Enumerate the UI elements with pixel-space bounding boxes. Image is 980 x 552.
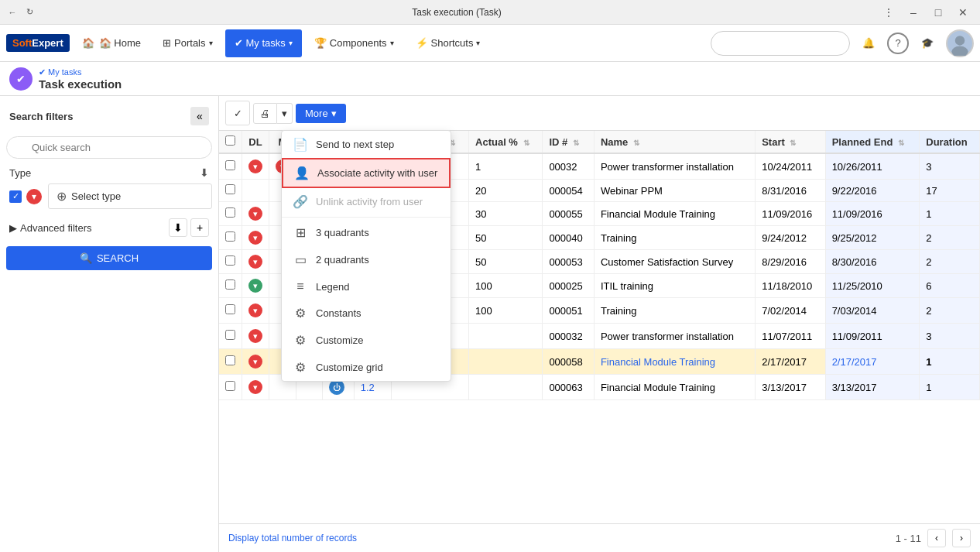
- row-duration: 2: [920, 298, 980, 324]
- row-duration: 2: [920, 250, 980, 274]
- menu-item-customize[interactable]: ⚙ Customize: [282, 327, 451, 354]
- type-label: Type ⬇: [6, 165, 212, 180]
- mytasks-label: My tasks: [246, 37, 286, 49]
- back-button[interactable]: ←: [6, 6, 19, 19]
- refresh-button[interactable]: ↻: [23, 6, 36, 19]
- row-start-date: 2/17/2017: [756, 349, 825, 375]
- close-button[interactable]: ✕: [952, 5, 974, 20]
- row-checkbox[interactable]: [225, 279, 235, 290]
- components-button[interactable]: 🏆 Components ▾: [305, 29, 403, 57]
- checkbox-row: ✓ ▾: [6, 183, 45, 209]
- row-start-date: 8/29/2016: [756, 250, 825, 274]
- select-all-checkbox[interactable]: [225, 135, 235, 146]
- print-dropdown-button[interactable]: ▾: [277, 103, 293, 124]
- menu-item-2-quadrants[interactable]: ▭ 2 quadrants: [282, 246, 451, 273]
- check-all-button[interactable]: ✓: [225, 101, 250, 125]
- menu-item-constants[interactable]: ⚙ Constants: [282, 300, 451, 327]
- row-planned-end: 8/30/2016: [825, 250, 920, 274]
- row-checkbox[interactable]: [225, 355, 235, 365]
- advanced-filters-text: Advanced filters: [20, 222, 92, 234]
- row-checkbox[interactable]: [225, 231, 235, 242]
- shortcuts-button[interactable]: ⚡ Shortcuts ▾: [406, 29, 490, 57]
- help-button[interactable]: ?: [887, 33, 909, 54]
- breadcrumb-parent[interactable]: ✔ My tasks: [39, 67, 122, 77]
- row-checkbox[interactable]: [225, 160, 235, 170]
- components-chevron: ▾: [390, 39, 394, 47]
- row-checkbox[interactable]: [225, 381, 235, 391]
- row-actual-percent: 30: [469, 202, 543, 226]
- quick-search-input[interactable]: [6, 136, 212, 159]
- menu-item-unlink-user: 🔗 Unlink activity from user: [282, 188, 451, 215]
- advanced-filters-row[interactable]: ▶ Advanced filters ⬇ +: [6, 215, 212, 240]
- mytasks-button[interactable]: ✔ My tasks ▾: [225, 29, 302, 57]
- dropdown-arrow[interactable]: ▾: [26, 189, 42, 204]
- home-button[interactable]: 🏠 🏠 Home: [73, 29, 150, 57]
- row-checkbox[interactable]: [225, 184, 235, 194]
- col-id: ID # ⇅: [543, 131, 595, 153]
- breadcrumb-bar: ✔ ✔ My tasks Task execution: [0, 62, 980, 96]
- search-button[interactable]: 🔍 SEARCH: [6, 246, 212, 270]
- menu-item-legend[interactable]: ≡ Legend: [282, 273, 451, 300]
- row-name: Training: [594, 226, 755, 250]
- row-actual-percent: 50: [469, 226, 543, 250]
- row-planned-end: 9/22/2016: [825, 180, 920, 202]
- select-type-button[interactable]: ⊕ Select type: [48, 183, 212, 209]
- titlebar-nav: ← ↻: [6, 6, 36, 19]
- check-all-icon: ✓: [234, 108, 242, 119]
- more-button[interactable]: More ▾: [296, 104, 346, 123]
- nav-search-input[interactable]: [711, 31, 850, 56]
- shortcuts-label: Shortcuts: [431, 37, 474, 49]
- row-actual-percent: 1: [469, 153, 543, 180]
- customize-icon: ⚙: [293, 333, 308, 348]
- row-checkbox[interactable]: [225, 207, 235, 218]
- dl-badge-red: ▾: [248, 159, 262, 173]
- advanced-filters-actions: ⬇ +: [169, 218, 209, 237]
- prev-page-button[interactable]: ‹: [927, 529, 946, 547]
- maximize-button[interactable]: □: [927, 5, 949, 20]
- customize-grid-icon: ⚙: [293, 360, 308, 375]
- row-duration: 2: [920, 226, 980, 250]
- row-start-date: 7/02/2014: [756, 298, 825, 324]
- row-planned-end: 9/25/2012: [825, 226, 920, 250]
- minimize-button[interactable]: –: [903, 5, 924, 20]
- menu-item-3-quadrants[interactable]: ⊞ 3 quadrants: [282, 219, 451, 246]
- advanced-download-button[interactable]: ⬇: [169, 218, 187, 237]
- row-start-date: 11/18/2010: [756, 274, 825, 298]
- portals-button[interactable]: ⊞ Portals ▾: [153, 29, 221, 57]
- print-dropdown-icon: ▾: [282, 108, 287, 119]
- top-navigation: SoftExpert 🏠 🏠 Home ⊞ Portals ▾ ✔ My tas…: [0, 25, 980, 62]
- row-checkbox[interactable]: [225, 330, 235, 340]
- power-icon[interactable]: ⏻: [329, 379, 344, 395]
- menu-item-customize-grid[interactable]: ⚙ Customize grid: [282, 354, 451, 381]
- next-page-button[interactable]: ›: [952, 529, 971, 547]
- advanced-add-button[interactable]: +: [190, 218, 209, 237]
- help-icon: ?: [895, 37, 900, 49]
- row-actual-percent: 100: [469, 274, 543, 298]
- hat-icon: 🎓: [921, 37, 934, 49]
- type-section: Type ⬇ ✓ ▾ ⊕ Select type: [6, 165, 212, 209]
- display-total-link[interactable]: Display total number of records: [228, 533, 357, 543]
- menu-item-send-next-step[interactable]: 📄 Send to next step: [282, 131, 451, 158]
- home-label: 🏠 Home: [99, 37, 141, 49]
- menu-item-associate-user[interactable]: 👤 Associate activity with user: [282, 158, 451, 188]
- row-checkbox[interactable]: [225, 304, 235, 314]
- name-link[interactable]: Financial Module Training: [601, 356, 715, 368]
- row-checkbox[interactable]: [225, 255, 235, 266]
- graduation-button[interactable]: 🎓: [915, 31, 940, 56]
- col-name: Name ⇅: [594, 131, 755, 153]
- titlebar: ← ↻ Task execution (Task) ⋮ – □ ✕: [0, 0, 980, 25]
- more-dropdown-menu: 📄 Send to next step 👤 Associate activity…: [281, 130, 451, 382]
- notifications-button[interactable]: 🔔: [856, 31, 881, 56]
- print-button[interactable]: 🖨: [253, 103, 277, 124]
- row-name: Power transformer installation: [594, 153, 755, 180]
- pi-link[interactable]: 1.2: [361, 382, 375, 393]
- components-label: Components: [330, 37, 387, 49]
- svg-point-1: [955, 36, 965, 45]
- collapse-button[interactable]: «: [190, 107, 209, 125]
- avatar[interactable]: [946, 29, 974, 57]
- more-button[interactable]: ⋮: [878, 5, 899, 20]
- breadcrumb: ✔ My tasks Task execution: [39, 67, 122, 91]
- end-date-link[interactable]: 2/17/2017: [832, 356, 877, 368]
- checkbox-checked[interactable]: ✓: [9, 190, 22, 203]
- row-planned-end: 11/09/2011: [825, 324, 920, 349]
